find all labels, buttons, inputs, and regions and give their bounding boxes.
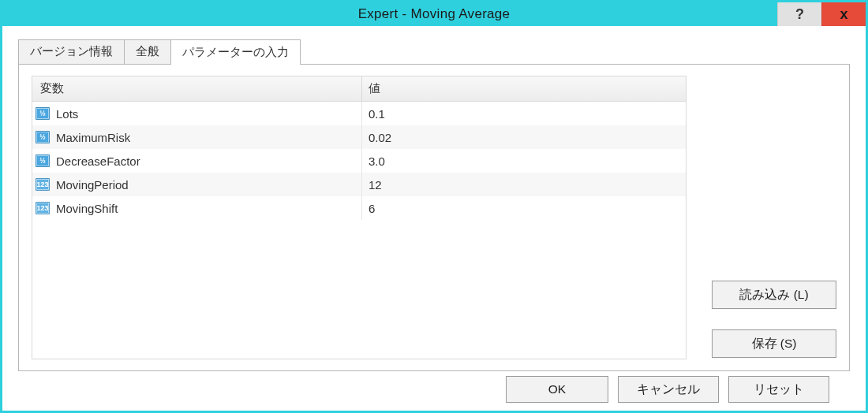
param-name: MaximumRisk	[56, 131, 130, 144]
parameters-table[interactable]: 変数 値 ½ Lots 0.1 ½	[32, 76, 687, 359]
param-value[interactable]: 3.0	[362, 154, 686, 168]
table-row[interactable]: ½ DecreaseFactor 3.0	[32, 149, 686, 173]
param-value[interactable]: 0.02	[362, 131, 686, 144]
param-name: DecreaseFactor	[56, 154, 140, 168]
tab-version-info[interactable]: バージョン情報	[18, 39, 125, 64]
side-buttons: 読み込み (L) 保存 (S)	[702, 76, 836, 359]
titlebar[interactable]: Expert - Moving Average ? x	[2, 2, 866, 26]
save-button[interactable]: 保存 (S)	[712, 329, 836, 358]
column-header-value[interactable]: 値	[362, 76, 686, 101]
int-type-icon: 123	[36, 178, 50, 191]
param-name: MovingPeriod	[56, 178, 129, 192]
close-button[interactable]: x	[821, 2, 866, 26]
table-row[interactable]: ½ Lots 0.1	[32, 102, 686, 125]
titlebar-buttons: ? x	[777, 2, 866, 26]
window-title: Expert - Moving Average	[358, 6, 511, 22]
ok-button[interactable]: OK	[506, 376, 608, 403]
client-area: バージョン情報 全般 パラメーターの入力 変数 値 ½ Lots	[2, 26, 866, 413]
table-row[interactable]: ½ MaximumRisk 0.02	[32, 125, 686, 149]
tab-general[interactable]: 全般	[124, 39, 171, 64]
dialog-window: Expert - Moving Average ? x バージョン情報 全般 パ…	[0, 0, 868, 413]
help-button[interactable]: ?	[777, 2, 821, 26]
param-name: MovingShift	[56, 202, 118, 215]
column-header-variable[interactable]: 変数	[32, 76, 362, 101]
param-value[interactable]: 6	[362, 202, 686, 215]
table-header: 変数 値	[32, 76, 686, 102]
param-value[interactable]: 12	[362, 178, 686, 192]
parameters-table-wrap: 変数 値 ½ Lots 0.1 ½	[32, 76, 702, 359]
param-value[interactable]: 0.1	[362, 107, 686, 121]
cancel-button[interactable]: キャンセル	[618, 376, 719, 403]
double-type-icon: ½	[36, 154, 50, 167]
int-type-icon: 123	[36, 202, 50, 214]
tab-panel: 変数 値 ½ Lots 0.1 ½	[18, 64, 850, 371]
table-row[interactable]: 123 MovingShift 6	[32, 196, 686, 220]
table-body: ½ Lots 0.1 ½ MaximumRisk 0.02	[32, 102, 686, 220]
double-type-icon: ½	[36, 107, 50, 120]
table-row[interactable]: 123 MovingPeriod 12	[32, 173, 686, 196]
double-type-icon: ½	[36, 131, 50, 143]
load-button[interactable]: 読み込み (L)	[712, 281, 836, 309]
reset-button[interactable]: リセット	[728, 376, 829, 403]
tabstrip: バージョン情報 全般 パラメーターの入力	[18, 39, 850, 64]
bottom-buttons: OK キャンセル リセット	[18, 371, 850, 407]
tab-parameters-input[interactable]: パラメーターの入力	[170, 39, 301, 65]
param-name: Lots	[56, 107, 78, 121]
